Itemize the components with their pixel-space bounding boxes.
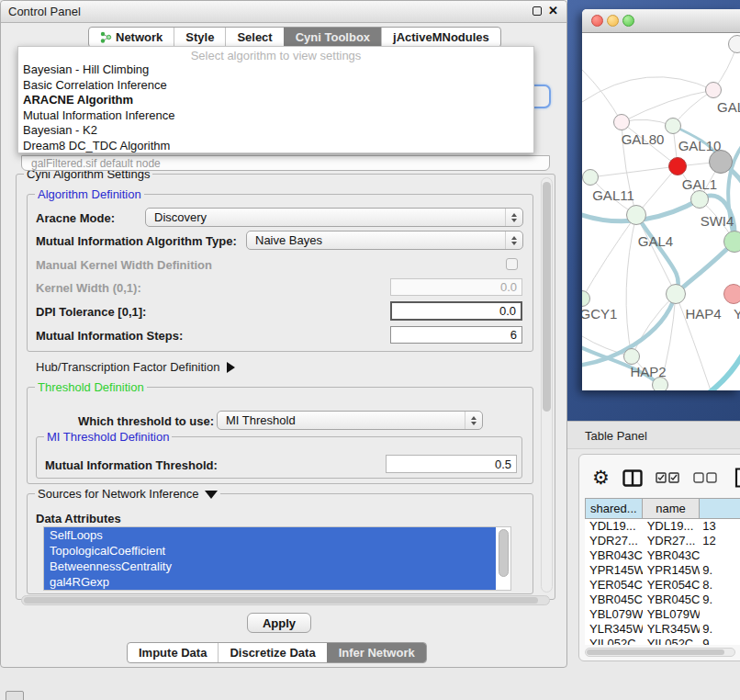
node-label-y: Y	[734, 306, 740, 322]
select-all-icon[interactable]	[656, 472, 680, 483]
algorithm-option-bayesian-k2[interactable]: Bayesian - K2	[18, 123, 533, 139]
which-threshold-combo[interactable]: MI Threshold	[217, 411, 483, 430]
node-gal4[interactable]	[626, 205, 646, 225]
mi-type-combo[interactable]: Naive Bayes	[246, 231, 523, 250]
settings-vertical-scrollbar[interactable]	[541, 177, 553, 593]
dpi-tolerance-field[interactable]: 0.0	[390, 301, 522, 321]
mi-threshold-field[interactable]: 0.5	[386, 455, 517, 473]
tab-jactivemnodules[interactable]: jActiveMNodules	[381, 28, 500, 47]
table-row[interactable]: YLR345WYLR345W9.	[585, 622, 740, 637]
tab-label-cyni-toolbox: Cyni Toolbox	[296, 30, 370, 44]
gear-icon[interactable]: ⚙	[592, 469, 610, 487]
mi-steps-label: Mutual Information Steps:	[36, 329, 183, 343]
table-row[interactable]: YDL19...YDL19...13	[585, 519, 740, 534]
manual-kernel-label: Manual Kernel Width Definition	[36, 258, 212, 272]
table-row[interactable]: YBL079WYBL079W	[585, 607, 740, 622]
kernel-width-label: Kernel Width (0,1):	[36, 281, 141, 295]
sources-legend[interactable]: Sources for Network Inference	[35, 487, 220, 501]
table-cell: 12	[700, 534, 740, 548]
node[interactable]	[652, 377, 668, 390]
table-row[interactable]: YIL052CYIL052C9	[585, 637, 740, 645]
table-cell	[700, 548, 740, 563]
zoom-traffic-light-icon[interactable]	[622, 15, 634, 27]
manual-kernel-checkbox[interactable]	[506, 258, 518, 270]
node-hap4[interactable]	[666, 284, 686, 304]
mi-threshold-legend: MI Threshold Definition	[44, 430, 172, 444]
attribute-item-gal4rgexp[interactable]: gal4RGexp	[44, 574, 496, 590]
column-layout-icon[interactable]	[622, 469, 643, 487]
algorithm-option-bayesian-hill-climbing[interactable]: Bayesian - Hill Climbing	[18, 62, 533, 78]
table-row[interactable]: YER054CYER054C8.	[585, 578, 740, 593]
node-gal[interactable]	[705, 82, 722, 98]
algorithm-option-basic-correlation-inference[interactable]: Basic Correlation Inference	[18, 78, 533, 94]
algorithm-option-dream8-dc-tdc-algorithm[interactable]: Dream8 DC_TDC Algorithm	[18, 139, 533, 154]
collapsed-panel-icon[interactable]	[6, 691, 24, 700]
data-table-combo[interactable]: galFiltered.sif default node	[21, 155, 550, 171]
mi-steps-field[interactable]: 6	[390, 326, 522, 344]
settings-horizontal-scrollbar[interactable]	[21, 595, 550, 605]
table-cell: YDL19...	[643, 519, 701, 534]
stepper-arrows-icon	[505, 231, 517, 249]
table-cell: 9.	[700, 593, 740, 607]
tab-cyni-toolbox[interactable]: Cyni Toolbox	[284, 28, 381, 47]
float-window-icon[interactable]	[533, 6, 542, 16]
table-row[interactable]: YPR145WYPR145W9.	[585, 563, 740, 578]
table-cell: YIL052C	[585, 637, 643, 645]
tab-select[interactable]: Select	[225, 28, 283, 47]
column-header-name[interactable]: name	[643, 498, 701, 519]
node-y[interactable]	[723, 284, 740, 304]
table-cell: 8.	[700, 578, 740, 593]
node[interactable]	[709, 150, 733, 174]
network-window-titlebar[interactable]	[582, 9, 740, 33]
kernel-width-field[interactable]: 0.0	[390, 278, 522, 296]
network-canvas[interactable]: GALGAL80GAL10GAL1GAL11SWI4GAL4GCY1HAP4YH…	[582, 33, 740, 390]
aracne-mode-value: Discovery	[154, 210, 207, 224]
tab-network[interactable]: Network	[89, 28, 174, 47]
minimize-traffic-light-icon[interactable]	[607, 15, 619, 27]
attributes-vertical-scrollbar[interactable]	[499, 529, 509, 577]
network-icon	[100, 31, 112, 43]
bright-edge	[709, 350, 740, 390]
node-hap2[interactable]	[623, 348, 640, 365]
table-row[interactable]: YBR043CYBR043C	[585, 548, 740, 563]
bottom-tab-impute-data[interactable]: Impute Data	[128, 643, 218, 662]
column-header-col3[interactable]	[700, 498, 740, 519]
node[interactable]	[728, 35, 740, 53]
table-panel-titlebar: Table Panel	[567, 421, 740, 449]
algorithm-option-aracne-algorithm[interactable]: ARACNE Algorithm	[18, 93, 533, 108]
control-panel-title: Control Panel	[8, 5, 81, 18]
node[interactable]	[690, 190, 709, 209]
hub-definition-disclosure[interactable]: Hub/Transcription Factor Definition	[36, 360, 235, 374]
close-traffic-light-icon[interactable]	[591, 15, 603, 27]
attribute-item-selfloops[interactable]: SelfLoops	[44, 527, 496, 543]
file-icon[interactable]	[734, 468, 740, 488]
node-gal10[interactable]	[665, 118, 681, 134]
table-row[interactable]: YBR045CYBR045C9.	[585, 593, 740, 607]
tab-style[interactable]: Style	[174, 28, 225, 47]
bottom-tab-discretize-data[interactable]: Discretize Data	[218, 643, 326, 662]
table-horizontal-scrollbar[interactable]	[585, 648, 735, 657]
cyni-bottom-tabbar: Impute DataDiscretize DataInfer Network	[127, 642, 427, 663]
aracne-mode-combo[interactable]: Discovery	[145, 208, 523, 227]
column-header-shared[interactable]: shared...	[585, 498, 643, 519]
data-attributes-label: Data Attributes	[36, 512, 121, 525]
data-attributes-list: SelfLoopsTopologicalCoefficientBetweenne…	[43, 526, 511, 591]
table-row[interactable]: YDR27...YDR27...12	[585, 534, 740, 548]
apply-button[interactable]: Apply	[247, 613, 311, 633]
bottom-tab-label-infer-network: Infer Network	[339, 646, 415, 660]
table-cell: YER054C	[585, 578, 643, 593]
node-gal11[interactable]	[582, 169, 599, 186]
algorithm-popup-prompt: Select algorithm to view settings	[18, 49, 533, 62]
bottom-tab-infer-network[interactable]: Infer Network	[327, 643, 426, 662]
node-gal1[interactable]	[668, 157, 687, 175]
algorithm-option-mutual-information-inference[interactable]: Mutual Information Inference	[18, 108, 533, 124]
algorithm-dropdown-popup: Select algorithm to view settings Bayesi…	[17, 46, 534, 153]
close-icon[interactable]: ✕	[548, 4, 558, 17]
attribute-item-topologicalcoefficient[interactable]: TopologicalCoefficient	[44, 543, 496, 559]
table-header-row: shared...name	[585, 498, 740, 519]
attribute-item-betweennesscentrality[interactable]: BetweennessCentrality	[44, 559, 496, 574]
node-gal80[interactable]	[613, 114, 630, 130]
mi-type-label: Mutual Information Algorithm Type:	[36, 234, 237, 248]
deselect-all-icon[interactable]	[693, 472, 718, 483]
node-swi4[interactable]	[723, 231, 740, 253]
